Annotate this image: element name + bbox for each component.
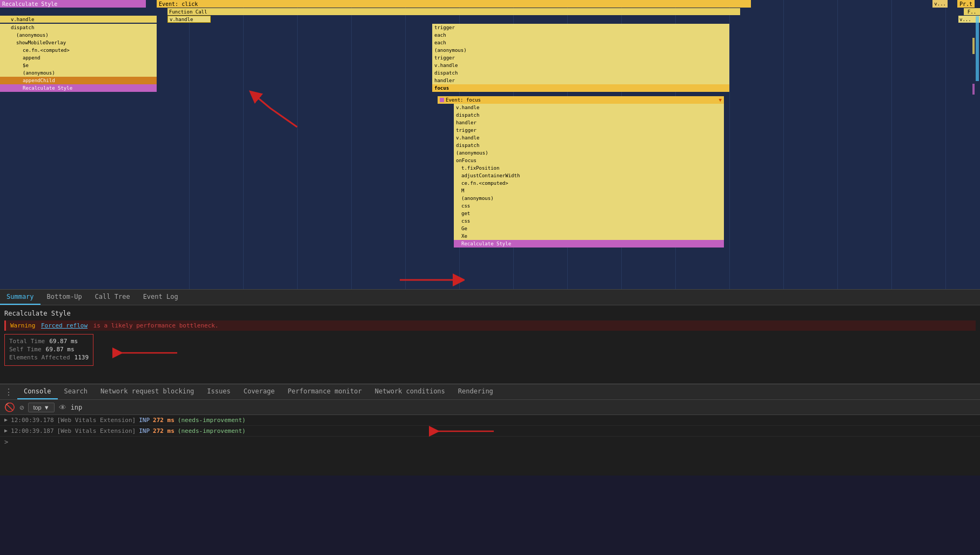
self-time-label: Self Time	[9, 346, 42, 353]
console-tab-coverage[interactable]: Coverage	[237, 384, 281, 399]
v-label: v...	[932, 0, 948, 8]
event-click-bar[interactable]: Event: click	[157, 0, 751, 8]
recalculate-style-label: Recalculate Style	[2, 1, 57, 7]
metric-2: INP	[139, 427, 150, 434]
vhandle-r1[interactable]: v.handle	[432, 62, 729, 69]
more-options-icon[interactable]: ⋮	[0, 387, 17, 397]
vhandle-r2: v.handle	[454, 104, 724, 111]
each-r2[interactable]: each	[432, 39, 729, 46]
anon-r2: (anonymous)	[454, 149, 724, 157]
scroll-indicator	[976, 16, 979, 81]
recalculate-style-bar[interactable]: Recalculate Style	[0, 0, 146, 8]
dispatch-r3: dispatch	[454, 142, 724, 149]
metric-1: INP	[139, 417, 150, 424]
left-entries: dispatch (anonymous) showMobileOverlay c…	[0, 24, 157, 92]
se-left[interactable]: $e	[0, 62, 157, 69]
left-flame-container: v.handle	[0, 16, 157, 24]
arrow-4	[429, 420, 494, 442]
focus-r1[interactable]: focus	[432, 84, 729, 92]
total-time-label: Total Time	[9, 338, 45, 345]
elements-value: 1139	[75, 354, 89, 361]
handler-r2: handler	[454, 119, 724, 126]
console-tab-network-conditions[interactable]: Network conditions	[368, 384, 452, 399]
clear-console-icon[interactable]: 🚫	[4, 402, 15, 412]
right-entries: trigger each each (anonymous) trigger v.…	[432, 24, 729, 92]
value-1: 272 ms	[153, 417, 174, 424]
dispatch-r1[interactable]: dispatch	[432, 69, 729, 77]
tfixposition-r1: t.fixPosition	[454, 164, 724, 172]
arrow-3	[112, 345, 177, 361]
cefn-r1: ce.fn.<computed>	[454, 179, 724, 187]
status-2: (needs-improvement)	[178, 427, 246, 434]
value-2: 272 ms	[153, 427, 174, 434]
each-r1[interactable]: each	[432, 31, 729, 39]
tab-summary[interactable]: Summary	[0, 290, 41, 305]
total-time-row: Total Time 69.87 ms	[9, 338, 89, 345]
timeline-area: Recalculate Style Event: click Pr.t v...…	[0, 0, 980, 289]
console-tab-console[interactable]: Console	[17, 384, 58, 399]
filter-icon[interactable]: ⊘	[19, 403, 24, 412]
function-call-label-right: F..	[964, 8, 980, 15]
timestamp-2: 12:00:39.187	[11, 427, 53, 434]
trigger-r1[interactable]: trigger	[432, 24, 729, 31]
context-selector[interactable]: top ▼	[28, 403, 54, 412]
vhandle-r3: v.handle	[454, 134, 724, 142]
xe-r1: Xe	[454, 232, 724, 240]
console-tab-search[interactable]: Search	[58, 384, 94, 399]
total-time-value: 69.87 ms	[49, 338, 78, 345]
elements-label: Elements Affected	[9, 354, 70, 361]
console-tab-rendering[interactable]: Rendering	[452, 384, 500, 399]
dispatch-r2: dispatch	[454, 111, 724, 119]
source-2: [Web Vitals Extension]	[57, 427, 136, 434]
appendchild-left[interactable]: appendChild	[0, 77, 157, 84]
timestamp-1: 12:00:39.178	[11, 417, 53, 424]
tab-bottom-up[interactable]: Bottom-Up	[41, 290, 89, 305]
pr-t-label: Pr.t	[957, 0, 975, 8]
event-focus-bar[interactable]: Event: focus ▼	[438, 96, 724, 104]
dispatch-left[interactable]: dispatch	[0, 24, 157, 31]
tab-call-tree[interactable]: Call Tree	[89, 290, 137, 305]
performance-tabs: Summary Bottom-Up Call Tree Event Log	[0, 289, 980, 305]
trigger-r2[interactable]: trigger	[432, 54, 729, 62]
onfocus-r1: onFocus	[454, 157, 724, 164]
summary-title: Recalculate Style	[4, 310, 976, 317]
css-r1: css	[454, 202, 724, 210]
get-r1: get	[454, 210, 724, 217]
expand-icon-2[interactable]: ▶	[4, 427, 8, 433]
function-call-block[interactable]: Function Call	[167, 8, 740, 15]
showmobileoverlay-left[interactable]: showMobileOverlay	[0, 39, 157, 46]
console-tab-performance-monitor[interactable]: Performance monitor	[281, 384, 368, 399]
anon2-left[interactable]: (anonymous)	[0, 69, 157, 77]
warning-prefix: Warning	[10, 322, 35, 329]
handler-r1[interactable]: handler	[432, 77, 729, 84]
anon-r3: (anonymous)	[454, 195, 724, 202]
cefn-left[interactable]: ce.fn.<computed>	[0, 46, 157, 54]
vhandle-left[interactable]: v.handle	[0, 16, 157, 23]
forced-reflow-link[interactable]: Forced reflow	[41, 322, 88, 329]
append-left[interactable]: append	[0, 54, 157, 62]
console-tab-network-blocking[interactable]: Network request blocking	[94, 384, 200, 399]
summary-panel: Recalculate Style Warning Forced reflow …	[0, 305, 980, 384]
warning-bar: Warning Forced reflow is a likely perfor…	[4, 320, 976, 331]
tab-event-log[interactable]: Event Log	[137, 290, 185, 305]
arrow-1	[238, 86, 303, 130]
arrow-2	[400, 272, 465, 288]
mini-timeline-2	[972, 84, 975, 95]
adjustcontainer-r1: adjustContainerWidth	[454, 172, 724, 179]
source-1: [Web Vitals Extension]	[57, 417, 136, 424]
console-tabs-bar: ⋮ Console Search Network request blockin…	[0, 384, 980, 400]
anon-r1[interactable]: (anonymous)	[432, 46, 729, 54]
recalc-left[interactable]: Recalculate Style	[0, 84, 157, 92]
console-area: 🚫 ⊘ top ▼ 👁 ▶ 12:00:39.178 [Web Vitals E…	[0, 400, 980, 476]
expand-icon-1[interactable]: ▶	[4, 417, 8, 423]
v-handle-block-left[interactable]: v.handle	[167, 16, 211, 23]
eye-icon[interactable]: 👁	[59, 403, 66, 412]
stats-box: Total Time 69.87 ms Self Time 69.87 ms E…	[4, 334, 93, 366]
anonymous-left[interactable]: (anonymous)	[0, 31, 157, 39]
console-filter-input[interactable]	[71, 404, 976, 411]
trigger-r3: trigger	[454, 126, 724, 134]
console-tab-issues[interactable]: Issues	[200, 384, 237, 399]
recalc-r2: Recalculate Style	[454, 240, 724, 248]
css-r2: css	[454, 217, 724, 225]
status-1: (needs-improvement)	[178, 417, 246, 424]
